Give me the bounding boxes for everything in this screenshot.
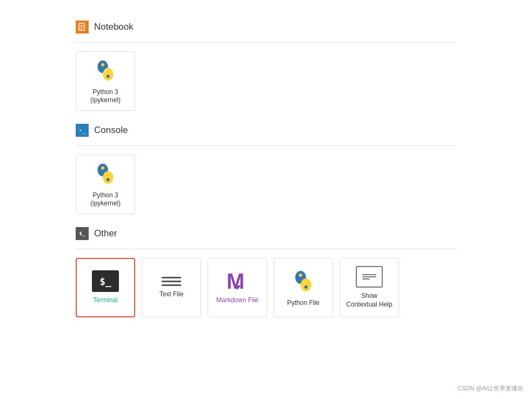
markdown-file-label: Markdown File (216, 296, 258, 305)
console-cards: Python 3(ipykernel) (76, 155, 456, 214)
terminal-label: Terminal (93, 296, 117, 305)
svg-point-16 (299, 274, 302, 277)
terminal-card[interactable]: $_ Terminal (76, 258, 135, 317)
contextual-help-label: Show Contextual Help (345, 292, 393, 309)
other-title: Other (94, 228, 117, 239)
contextual-help-icon (356, 266, 383, 288)
svg-point-10 (101, 167, 104, 170)
terminal-icon: $_ (92, 270, 119, 292)
console-divider (76, 145, 456, 146)
other-section-header: $_ Other (76, 227, 456, 240)
python-notebook-icon (92, 57, 119, 84)
text-file-icon (162, 277, 181, 286)
notebook-section-header: Notebook (76, 21, 456, 34)
python-file-card[interactable]: Python File (274, 258, 333, 317)
python-console-icon (92, 161, 119, 187)
svg-point-17 (304, 285, 308, 289)
svg-text:M: M (227, 269, 244, 293)
python3-notebook-label: Python 3(ipykernel) (90, 88, 121, 105)
other-cards: $_ Terminal Text File M Markdown File (76, 258, 456, 317)
notebook-section-icon (76, 21, 89, 34)
contextual-help-card[interactable]: Show Contextual Help (340, 258, 399, 317)
other-divider (76, 249, 456, 249)
notebook-title: Notebook (94, 22, 134, 32)
text-file-label: Text File (159, 290, 184, 299)
python-file-icon (290, 268, 317, 295)
notebook-divider (76, 42, 456, 43)
main-content: Notebook Python 3(ipykernel) ›_ Console (0, 0, 532, 341)
console-title: Console (94, 125, 128, 136)
markdown-file-card[interactable]: M Markdown File (208, 258, 267, 317)
other-section-icon: $_ (76, 227, 89, 240)
console-section-header: ›_ Console (76, 124, 456, 137)
python-file-label: Python File (287, 299, 320, 308)
svg-point-6 (101, 63, 104, 66)
console-section-icon: ›_ (76, 124, 89, 137)
svg-point-9 (103, 171, 114, 184)
svg-point-7 (107, 75, 110, 78)
text-file-card[interactable]: Text File (142, 258, 201, 317)
python3-console-card[interactable]: Python 3(ipykernel) (76, 155, 135, 214)
svg-point-5 (103, 68, 114, 81)
python3-console-label: Python 3(ipykernel) (90, 191, 121, 208)
python3-notebook-card[interactable]: Python 3(ipykernel) (76, 51, 135, 111)
svg-point-11 (107, 178, 110, 181)
watermark: CSDN @AI让世界更懂你 (457, 384, 523, 393)
svg-point-15 (301, 278, 311, 291)
markdown-icon: M (224, 270, 251, 292)
notebook-cards: Python 3(ipykernel) (76, 51, 456, 111)
